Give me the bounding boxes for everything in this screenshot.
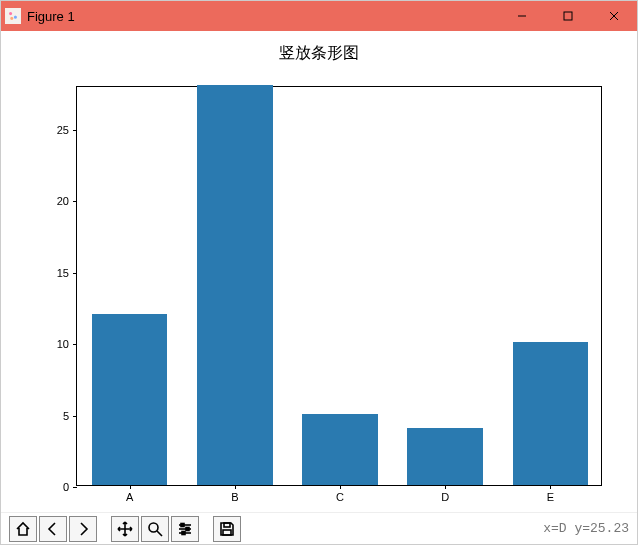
svg-rect-1 — [564, 12, 572, 20]
svg-point-4 — [149, 523, 158, 532]
configure-button[interactable] — [171, 516, 199, 542]
back-arrow-icon — [45, 521, 61, 537]
x-tick-label: E — [547, 485, 554, 503]
zoom-icon — [147, 521, 163, 537]
bar — [197, 85, 273, 485]
y-tick-label: 10 — [57, 338, 77, 350]
minimize-icon — [517, 11, 527, 21]
x-tick-label: B — [231, 485, 238, 503]
pan-icon — [117, 521, 133, 537]
bar — [513, 342, 589, 485]
save-icon — [219, 521, 235, 537]
home-button[interactable] — [9, 516, 37, 542]
figure-window: Figure 1 竖放条形图 0510152025ABCDE — [0, 0, 638, 545]
back-button[interactable] — [39, 516, 67, 542]
home-icon — [15, 521, 31, 537]
save-button[interactable] — [213, 516, 241, 542]
window-title: Figure 1 — [27, 9, 75, 24]
sliders-icon — [177, 521, 193, 537]
close-button[interactable] — [591, 1, 637, 31]
y-tick-label: 20 — [57, 195, 77, 207]
axes: 0510152025ABCDE — [76, 86, 602, 486]
minimize-button[interactable] — [499, 1, 545, 31]
bar — [302, 414, 378, 485]
chart-title: 竖放条形图 — [1, 43, 637, 64]
x-tick-label: A — [126, 485, 133, 503]
figure-canvas[interactable]: 竖放条形图 0510152025ABCDE — [1, 31, 637, 512]
app-icon — [5, 8, 21, 24]
y-tick-label: 5 — [63, 410, 77, 422]
toolbar: x=D y=25.23 — [1, 512, 637, 544]
svg-rect-10 — [186, 527, 189, 530]
svg-rect-9 — [181, 523, 184, 526]
y-tick-label: 0 — [63, 481, 77, 493]
maximize-icon — [563, 11, 573, 21]
bar — [92, 314, 168, 485]
pan-button[interactable] — [111, 516, 139, 542]
close-icon — [609, 11, 619, 21]
x-tick-label: D — [441, 485, 449, 503]
svg-line-5 — [157, 531, 162, 536]
maximize-button[interactable] — [545, 1, 591, 31]
svg-rect-11 — [182, 531, 185, 534]
zoom-button[interactable] — [141, 516, 169, 542]
forward-button[interactable] — [69, 516, 97, 542]
svg-rect-12 — [224, 523, 230, 527]
cursor-coordinates: x=D y=25.23 — [543, 521, 629, 536]
svg-rect-13 — [223, 530, 231, 535]
y-tick-label: 15 — [57, 267, 77, 279]
x-tick-label: C — [336, 485, 344, 503]
titlebar: Figure 1 — [1, 1, 637, 31]
bar — [407, 428, 483, 485]
forward-arrow-icon — [75, 521, 91, 537]
y-tick-label: 25 — [57, 124, 77, 136]
